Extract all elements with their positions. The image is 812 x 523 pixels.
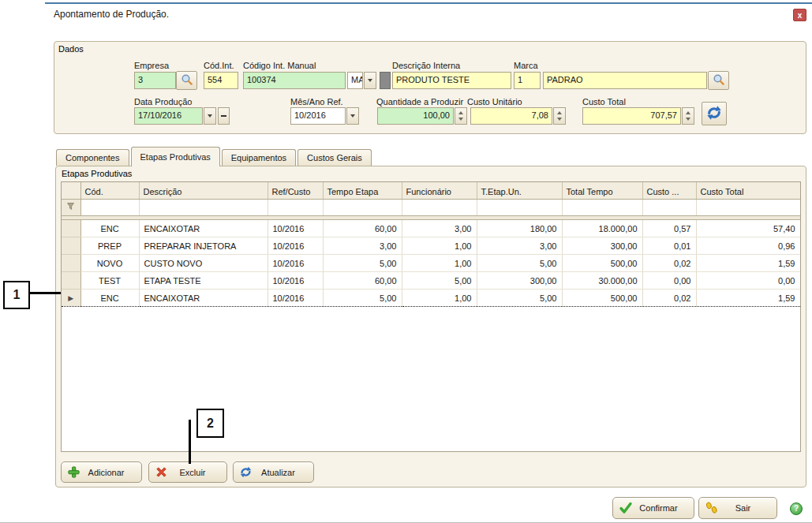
cell[interactable]: ENCAIXOTAR (139, 219, 268, 237)
column-header[interactable]: Descrição (139, 182, 268, 199)
quantidade-spinner[interactable] (455, 107, 467, 125)
custo-unitario-field[interactable]: 7,08 (470, 107, 552, 125)
cell[interactable]: 1,00 (402, 237, 477, 254)
cell[interactable]: 10/2016 (268, 254, 323, 271)
cell[interactable]: 5,00 (323, 254, 402, 271)
marca-code-field[interactable]: 1 (514, 72, 541, 89)
mes-ano-arrow-icon[interactable] (346, 107, 359, 125)
cell[interactable]: ETAPA TESTE (139, 271, 268, 289)
cell[interactable]: 180,00 (477, 219, 562, 237)
cell[interactable]: 1,00 (402, 254, 477, 271)
cell[interactable]: 0,02 (642, 289, 696, 306)
help-button[interactable]: ? (790, 502, 803, 515)
cell[interactable]: 1,59 (696, 254, 800, 271)
filter-cell[interactable] (139, 199, 268, 215)
column-header[interactable]: Custo Total (696, 182, 800, 199)
cell[interactable]: 500,00 (562, 254, 642, 271)
cell[interactable]: NOVO (80, 254, 139, 271)
cell[interactable]: PREPARAR INJETORA (139, 237, 268, 254)
cell[interactable]: 3,00 (402, 219, 477, 237)
filter-cell[interactable] (562, 199, 642, 215)
atualizar-button[interactable]: Atualizar (233, 461, 314, 483)
marca-search-button[interactable] (708, 71, 729, 90)
filter-cell[interactable] (402, 199, 477, 215)
cell[interactable]: 500,00 (562, 289, 642, 306)
table-row[interactable]: NOVOCUSTO NOVO10/20165,001,005,00500,000… (62, 254, 800, 271)
data-producao-field[interactable]: 17/10/2016 (134, 107, 203, 125)
cell[interactable]: 0,57 (642, 219, 696, 237)
filter-cell[interactable] (642, 199, 696, 215)
unit-combo-value[interactable]: MA (347, 72, 363, 89)
cell[interactable]: 10/2016 (268, 271, 323, 289)
cell[interactable]: 0,00 (696, 271, 800, 289)
tab-equipamentos[interactable]: Equipamentos (222, 149, 296, 166)
column-header[interactable]: Ref/Custo (268, 182, 323, 199)
table-row[interactable]: ▶ENCENCAIXOTAR10/20165,001,005,00500,000… (62, 289, 800, 306)
cell[interactable]: 5,00 (323, 289, 402, 306)
marca-name-field[interactable]: PADRAO (543, 72, 707, 89)
table-row[interactable]: PREPPREPARAR INJETORA10/20163,001,003,00… (62, 237, 800, 254)
filter-cell[interactable] (80, 199, 139, 215)
cell[interactable]: 5,00 (477, 254, 562, 271)
data-producao-picker[interactable]: 17/10/2016 (134, 107, 216, 125)
cell[interactable]: 3,00 (477, 237, 562, 254)
cell[interactable]: 10/2016 (268, 237, 323, 254)
column-header[interactable]: Custo ... (642, 182, 696, 199)
date-dropdown-arrow-icon[interactable] (204, 107, 216, 125)
cell[interactable]: 300,00 (562, 237, 642, 254)
adicionar-button[interactable]: Adicionar (61, 461, 142, 483)
mes-ano-combo[interactable]: 10/2016 (290, 107, 359, 125)
row-selector[interactable] (62, 219, 80, 237)
table-row[interactable]: ENCENCAIXOTAR10/201660,003,00180,0018.00… (62, 219, 800, 237)
unit-combo[interactable]: MA (347, 72, 376, 89)
codigo-manual-field[interactable]: 100374 (243, 72, 346, 89)
cell[interactable]: 300,00 (477, 271, 562, 289)
filter-cell[interactable] (477, 199, 562, 215)
row-selector[interactable] (62, 254, 80, 271)
custo-total-field[interactable]: 707,57 (582, 107, 681, 125)
cell[interactable]: 57,40 (696, 219, 800, 237)
cell[interactable]: 18.000,00 (562, 219, 642, 237)
cell[interactable]: ENC (80, 289, 139, 306)
column-header[interactable]: Cód. (80, 182, 139, 199)
cell[interactable]: 10/2016 (268, 289, 323, 306)
column-header[interactable]: Tempo Etapa (323, 182, 402, 199)
cell[interactable]: 10/2016 (268, 219, 323, 237)
close-button[interactable]: x (793, 9, 806, 21)
filter-cell[interactable] (268, 199, 323, 215)
table-row[interactable]: TESTETAPA TESTE10/201660,005,00300,0030.… (62, 271, 800, 289)
cell[interactable]: 30.000,00 (562, 271, 642, 289)
unit-combo-arrow-icon[interactable] (364, 72, 376, 89)
date-clear-button[interactable] (218, 107, 230, 125)
row-selector[interactable]: ▶ (62, 289, 80, 306)
cell[interactable]: 0,01 (642, 237, 696, 254)
custo-unitario-spinner[interactable] (553, 107, 566, 125)
empresa-search-button[interactable] (176, 71, 197, 90)
cell[interactable]: 5,00 (477, 289, 562, 306)
cell[interactable]: 5,00 (402, 271, 477, 289)
tab-etapas-produtivas[interactable]: Etapas Produtivas (131, 147, 220, 166)
cell[interactable]: 1,59 (696, 289, 800, 306)
cod-int-field[interactable]: 554 (204, 72, 238, 89)
descricao-field[interactable]: PRODUTO TESTE (392, 72, 511, 89)
filter-cell[interactable] (696, 199, 800, 215)
tab-componentes[interactable]: Componentes (56, 149, 129, 166)
sair-button[interactable]: Sair (698, 497, 777, 519)
filter-cell[interactable] (323, 199, 402, 215)
empresa-field[interactable]: 3 (134, 72, 176, 89)
cell[interactable]: ENC (80, 219, 139, 237)
cell[interactable]: 0,00 (642, 271, 696, 289)
custo-total-spinner[interactable] (682, 107, 694, 125)
cell[interactable]: 0,96 (696, 237, 800, 254)
cell[interactable]: 1,00 (402, 289, 477, 306)
cell[interactable]: 0,02 (642, 254, 696, 271)
cell[interactable]: CUSTO NOVO (139, 254, 268, 271)
cell[interactable]: PREP (80, 237, 139, 254)
quantidade-field[interactable]: 100,00 (377, 107, 454, 125)
tab-custos-gerais[interactable]: Custos Gerais (297, 149, 372, 166)
row-selector[interactable] (62, 237, 80, 254)
cell[interactable]: ENCAIXOTAR (139, 289, 268, 306)
column-header[interactable]: Total Tempo (562, 182, 642, 199)
confirmar-button[interactable]: Confirmar (612, 497, 694, 519)
recalculate-button[interactable] (702, 102, 727, 125)
